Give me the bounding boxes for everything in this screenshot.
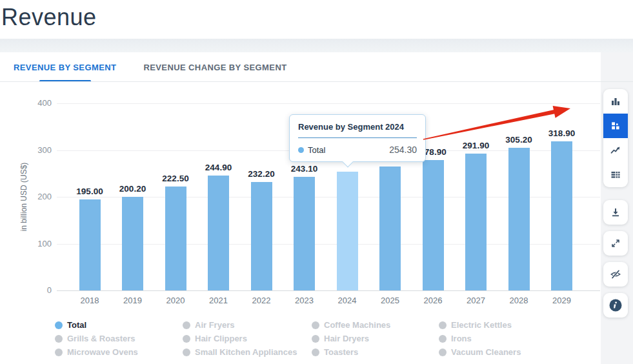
- legend-dot-icon: [55, 335, 63, 343]
- header-band: [0, 39, 633, 52]
- legend-column: Electric KettlesIronsVacuum Cleaners: [439, 318, 521, 359]
- value-label-2021: 244.90: [205, 163, 232, 172]
- legend-item-grills-roasters[interactable]: Grills & Roasters: [55, 332, 183, 345]
- gridline-400: [57, 103, 600, 104]
- value-label-2028: 305.20: [505, 135, 532, 145]
- value-label-2020: 222.50: [162, 174, 188, 183]
- legend-item-hair-clippers[interactable]: Hair Clippers: [183, 332, 312, 345]
- info-button[interactable]: [603, 293, 628, 318]
- bar-2026[interactable]: [423, 160, 444, 290]
- fullscreen-icon: [610, 238, 621, 249]
- legend-item-electric-kettles[interactable]: Electric Kettles: [439, 318, 521, 332]
- x-tick-label-2022: 2022: [252, 296, 271, 305]
- gridline-0: [57, 290, 600, 291]
- x-tick-label-2021: 2021: [209, 296, 228, 305]
- legend-dot-icon: [312, 321, 319, 329]
- bar-2029[interactable]: [551, 141, 572, 290]
- legend-dot-icon: [183, 335, 190, 343]
- chart-tooltip: Revenue by Segment 2024 Total 254.30: [289, 114, 426, 162]
- legend-item-toasters[interactable]: Toasters: [312, 345, 439, 359]
- tooltip-title: Revenue by Segment 2024: [298, 122, 417, 132]
- line-chart-button[interactable]: [603, 138, 628, 163]
- x-tick-label-2019: 2019: [123, 296, 142, 305]
- legend-item-irons[interactable]: Irons: [439, 332, 521, 345]
- data-table-button[interactable]: [603, 163, 628, 187]
- legend-dot-icon: [183, 349, 190, 356]
- legend-item-label: Toasters: [324, 347, 358, 357]
- legend-item-label: Small Kitchen Appliances: [195, 347, 297, 357]
- x-tick-label-2020: 2020: [166, 296, 185, 305]
- legend-item-total[interactable]: Total: [55, 318, 183, 332]
- bar-2018[interactable]: [79, 199, 101, 290]
- y-tick-label: 100: [25, 239, 52, 248]
- legend-item-air-fryers[interactable]: Air Fryers: [183, 318, 312, 332]
- line-chart-icon: [610, 145, 621, 156]
- download-button[interactable]: [603, 200, 628, 225]
- legend-item-label: Grills & Roasters: [67, 334, 136, 343]
- legend-item-vacuum-cleaners[interactable]: Vacuum Cleaners: [439, 345, 521, 359]
- x-tick-label-2026: 2026: [424, 296, 443, 305]
- value-label-2027: 291.90: [463, 141, 489, 150]
- x-tick-label-2028: 2028: [510, 296, 528, 305]
- y-tick-label: 200: [25, 192, 52, 201]
- legend-dot-icon: [312, 335, 319, 343]
- legend-dot-icon: [439, 349, 447, 356]
- legend-item-label: Vacuum Cleaners: [451, 347, 521, 357]
- y-tick-label: 300: [25, 145, 52, 155]
- legend-item-label: Electric Kettles: [451, 320, 512, 330]
- bar-2019[interactable]: [122, 197, 143, 290]
- legend-item-label: Coffee Machines: [324, 320, 390, 330]
- bar-2024[interactable]: [337, 172, 358, 290]
- legend-item-label: Air Fryers: [195, 320, 234, 330]
- tab-revenue-by-segment[interactable]: REVENUE BY SEGMENT: [0, 52, 130, 82]
- legend-item-small-kitchen-appliances[interactable]: Small Kitchen Appliances: [183, 345, 312, 359]
- legend-item-label: Total: [67, 320, 86, 330]
- bar-2023[interactable]: [294, 177, 315, 290]
- legend-column: TotalGrills & RoastersMicrowave Ovens: [55, 318, 183, 359]
- legend-column: Coffee MachinesHair DryersToasters: [312, 318, 439, 359]
- segmented-bar-chart-button[interactable]: [603, 114, 628, 138]
- tooltip-series-label: Total: [308, 145, 325, 155]
- legend-item-hair-dryers[interactable]: Hair Dryers: [312, 332, 439, 345]
- value-label-2029: 318.90: [548, 128, 575, 138]
- y-tick-label: 400: [25, 98, 52, 108]
- legend-item-label: Microwave Ovens: [67, 347, 138, 357]
- legend-item-label: Hair Clippers: [195, 334, 247, 343]
- legend-dot-icon: [439, 321, 447, 329]
- hide-labels-button[interactable]: [603, 262, 628, 287]
- bar-2027[interactable]: [465, 154, 487, 290]
- fullscreen-button[interactable]: [603, 231, 628, 256]
- x-tick-label-2025: 2025: [381, 296, 399, 305]
- bar-2025[interactable]: [379, 167, 401, 290]
- value-label-2023: 243.10: [291, 164, 317, 174]
- value-label-2018: 195.00: [76, 187, 103, 196]
- legend-item-coffee-machines[interactable]: Coffee Machines: [312, 318, 439, 332]
- hide-labels-icon: [610, 268, 621, 280]
- y-axis-title: in billion USD (US$): [19, 163, 28, 232]
- legend-item-microwave-ovens[interactable]: Microwave Ovens: [55, 345, 183, 359]
- tooltip-series-value: 254.30: [389, 145, 417, 155]
- x-tick-label-2018: 2018: [81, 296, 99, 305]
- legend-column: Air FryersHair ClippersSmall Kitchen App…: [183, 318, 312, 359]
- x-tick-label-2024: 2024: [338, 296, 357, 305]
- tab-bar-border: [0, 81, 633, 82]
- download-icon: [610, 207, 621, 218]
- info-icon: [608, 298, 623, 312]
- series-dot-icon: [298, 147, 304, 153]
- bar-2028[interactable]: [508, 148, 530, 290]
- x-tick-label-2023: 2023: [295, 296, 314, 305]
- legend-dot-icon: [183, 321, 190, 329]
- chart-type-toolbar: [603, 89, 628, 187]
- bar-2020[interactable]: [165, 187, 186, 290]
- legend-dot-icon: [439, 335, 447, 343]
- bar-2022[interactable]: [251, 182, 272, 290]
- data-table-icon: [610, 169, 621, 181]
- tab-revenue-change-by-segment[interactable]: REVENUE CHANGE BY SEGMENT: [130, 52, 300, 82]
- chart-legend: TotalGrills & RoastersMicrowave OvensAir…: [55, 318, 601, 359]
- bar-2021[interactable]: [208, 176, 229, 290]
- bar-chart-button[interactable]: [603, 89, 628, 114]
- page-title: Revenue: [1, 4, 97, 31]
- x-tick-label-2029: 2029: [552, 296, 571, 305]
- revenue-widget: Revenue REVENUE BY SEGMENTREVENUE CHANGE…: [0, 0, 633, 364]
- tooltip-row: Total 254.30: [298, 145, 417, 155]
